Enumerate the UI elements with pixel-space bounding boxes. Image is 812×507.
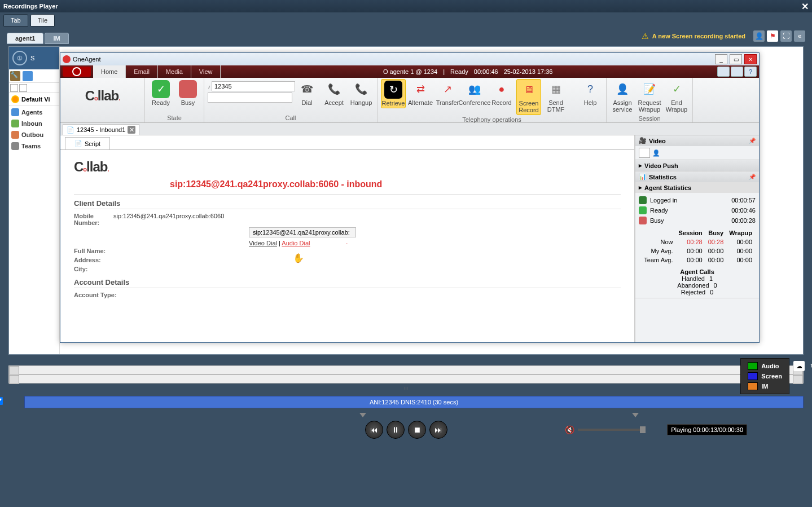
outbound-icon: [11, 131, 19, 139]
agents-icon: [11, 108, 19, 116]
layout-tab-button[interactable]: Tab: [3, 14, 28, 27]
agent-stats-header[interactable]: ▸Agent Statistics: [635, 182, 759, 193]
user-thumb-icon: 👤: [652, 149, 660, 157]
menu-email[interactable]: Email: [126, 65, 158, 78]
skip-forward-button[interactable]: ⏭: [429, 421, 447, 439]
default-view-header[interactable]: Default Vi: [9, 93, 59, 105]
agent-calls: Agent Calls Handled1 Abandoned0 Rejected…: [639, 268, 756, 296]
view2-icon[interactable]: [19, 84, 27, 92]
stat-table: SessionBusyWrapup Now00:2800:2800:00 My …: [639, 228, 756, 265]
orb-button[interactable]: [63, 67, 91, 77]
end-wrapup-button[interactable]: ✓End Wrapup: [664, 79, 689, 114]
oa-title: OneAgent: [73, 56, 101, 63]
telephony-group-label: Telephony operations: [381, 115, 603, 123]
menu-view[interactable]: View: [191, 65, 221, 78]
tree-outbound[interactable]: Outbou: [9, 129, 59, 140]
audio-dial-link[interactable]: Audio Dial: [282, 240, 310, 246]
accept-button[interactable]: 📞Accept: [322, 79, 346, 107]
send-dtmf-button[interactable]: ▦Send DTMF: [543, 79, 568, 114]
scrollbar-h-2[interactable]: iii: [8, 374, 804, 383]
stop-button[interactable]: ⏹: [408, 421, 426, 439]
view1-icon[interactable]: [10, 84, 18, 92]
fullscreen-icon[interactable]: ⛶: [780, 30, 792, 42]
video-thumb[interactable]: [639, 148, 650, 158]
dial-input[interactable]: [212, 81, 295, 91]
pause-button[interactable]: ⏸: [387, 421, 405, 439]
video-push-section[interactable]: ▸Video Push: [635, 160, 759, 171]
menu-home[interactable]: Home: [93, 65, 126, 78]
stat-logged-in: Logged in00:00:57: [639, 195, 756, 205]
sip-line: sip:12345@241.qa241proxy.collab:6060 - i…: [74, 179, 621, 189]
loop-icon[interactable]: ↻: [807, 361, 812, 371]
status-bar: O agente 1 @ 1234| Ready 00:00:46 25-02-…: [221, 65, 715, 78]
pin-icon[interactable]: 📌: [749, 138, 756, 144]
doc-icon: 📄: [67, 126, 74, 134]
conference-button[interactable]: 👥Conference: [462, 79, 487, 107]
stat-ready: Ready00:00:46: [639, 205, 756, 215]
tree-agents[interactable]: Agents: [9, 107, 59, 118]
script-logo: Collab.: [74, 159, 621, 175]
cloud-icon[interactable]: ☁: [793, 361, 805, 371]
city-label: City:: [74, 266, 108, 272]
account-details-header: Account Details: [74, 278, 621, 288]
statistics-section[interactable]: 📊Statistics📌: [635, 171, 759, 182]
close-icon[interactable]: ✕: [801, 1, 809, 12]
screen-record-button[interactable]: 🖥Screen Record: [516, 79, 541, 115]
doc-tab[interactable]: 📄 12345 - Inbound1 ✕: [63, 124, 139, 135]
playback-track[interactable]: ANI:12345 DNIS:2410 (30 secs): [24, 396, 804, 408]
tree-inbound[interactable]: Inboun: [9, 118, 59, 129]
scrollbar-h-1[interactable]: iii: [8, 365, 804, 374]
left-panel: ①S 🔧 Default Vi Agents Inboun Outbou Tea…: [9, 47, 60, 354]
layout-tile-button[interactable]: Tile: [30, 14, 55, 27]
tab-agent1[interactable]: agent1: [7, 33, 43, 44]
grid-icon[interactable]: [23, 71, 33, 81]
assign-service-button[interactable]: 👤Assign service: [610, 79, 635, 114]
tree-teams[interactable]: Teams: [9, 140, 59, 152]
ribbon-btn-1[interactable]: [717, 67, 730, 77]
tab-im[interactable]: IM: [45, 33, 68, 44]
ribbon-btn-2[interactable]: [731, 67, 743, 77]
chart-icon: 📊: [639, 173, 647, 180]
account-type-label: Account Type:: [74, 292, 125, 298]
warning-icon: ⚠: [642, 32, 649, 41]
maximize-button[interactable]: ▭: [730, 54, 742, 64]
skip-back-button[interactable]: ⏮: [365, 421, 383, 439]
retrieve-button[interactable]: ↻Retrieve: [381, 79, 406, 108]
track-checkbox[interactable]: [0, 397, 3, 405]
close-tab-icon[interactable]: ✕: [128, 126, 135, 134]
transfer-button[interactable]: ↗Transfer: [435, 79, 460, 107]
minimize-button[interactable]: _: [715, 54, 727, 64]
video-icon: 🎥: [639, 137, 647, 144]
firefox-icon: [11, 95, 19, 103]
sip-box[interactable]: sip:12345@241.qa241proxy.collab:: [249, 227, 356, 237]
playhead-marker[interactable]: [359, 413, 366, 417]
app-icon: [63, 55, 71, 63]
video-dial-link[interactable]: Video Dial: [249, 240, 277, 246]
hangup-button[interactable]: 📞Hangup: [349, 79, 374, 107]
playback-time: Playing 00:00:13/00:00:30: [667, 424, 747, 435]
pin-icon-2[interactable]: 📌: [749, 174, 756, 180]
speaker-icon[interactable]: 🔇: [565, 425, 574, 434]
ribbon-help-icon[interactable]: ?: [744, 67, 757, 77]
help-button[interactable]: ?Help: [578, 79, 603, 107]
client-details-header: Client Details: [74, 199, 621, 209]
dial-button[interactable]: ☎Dial: [295, 79, 319, 107]
menu-media[interactable]: Media: [158, 65, 191, 78]
ready-button[interactable]: ✓Ready: [148, 79, 173, 107]
script-icon: 📄: [74, 140, 82, 147]
request-wrapup-button[interactable]: 📝Request Wrapup: [637, 79, 662, 114]
video-section[interactable]: 🎥Video📌: [635, 135, 759, 146]
full-name-label: Full Name:: [74, 248, 108, 254]
flag-icon[interactable]: ⚑: [767, 30, 778, 42]
collapse-icon[interactable]: «: [794, 30, 805, 42]
dial-input-2[interactable]: [208, 92, 292, 103]
busy-button[interactable]: Busy: [175, 79, 200, 107]
volume-slider[interactable]: [578, 429, 646, 431]
alternate-button[interactable]: ⇄Alternate: [408, 79, 433, 107]
record-button[interactable]: ●Record: [489, 79, 514, 107]
close-button[interactable]: ✕: [744, 54, 757, 64]
collab-logo: Collab.: [85, 88, 120, 104]
script-tab[interactable]: 📄Script: [65, 137, 110, 149]
user-icon[interactable]: 👤: [753, 30, 765, 42]
wrench-icon[interactable]: 🔧: [10, 71, 20, 81]
